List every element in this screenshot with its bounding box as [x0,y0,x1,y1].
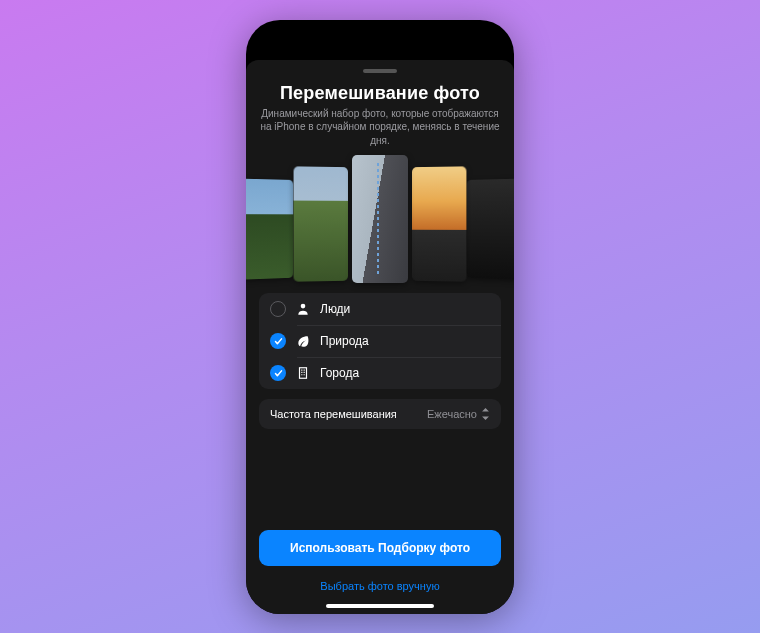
radio-checked-icon [270,333,286,349]
category-label: Природа [320,334,369,348]
frequency-value: Ежечасно [427,408,490,420]
frequency-label: Частота перемешивания [270,408,397,420]
updown-chevron-icon [481,408,490,420]
building-icon [296,366,310,380]
radio-unchecked-icon [270,301,286,317]
category-label: Люди [320,302,350,316]
svg-rect-1 [300,368,307,379]
photo-thumb [467,179,514,280]
radio-checked-icon [270,365,286,381]
category-list: Люди Природа Города [259,293,501,389]
photo-carousel[interactable] [259,155,501,283]
flex-spacer [259,429,501,530]
person-icon [296,302,310,316]
photo-thumb [294,166,348,281]
photo-thumb [412,166,466,281]
svg-point-0 [301,304,306,309]
use-selection-button[interactable]: Использовать Подборку фото [259,530,501,566]
category-label: Города [320,366,359,380]
page-title: Перемешивание фото [259,83,501,104]
shuffle-frequency-row[interactable]: Частота перемешивания Ежечасно [259,399,501,429]
leaf-icon [296,334,310,348]
page-subtitle: Динамический набор фото, которые отображ… [259,107,501,148]
home-indicator[interactable] [326,604,434,608]
phone-frame: Перемешивание фото Динамический набор фо… [246,20,514,614]
category-option-cities[interactable]: Города [259,357,501,389]
photo-thumb [246,179,293,280]
category-option-people[interactable]: Люди [259,293,501,325]
sheet-grabber[interactable] [363,69,397,73]
category-option-nature[interactable]: Природа [259,325,501,357]
photo-thumb [352,155,408,283]
pick-manually-button[interactable]: Выбрать фото вручную [259,574,501,592]
modal-sheet: Перемешивание фото Динамический набор фо… [246,60,514,614]
